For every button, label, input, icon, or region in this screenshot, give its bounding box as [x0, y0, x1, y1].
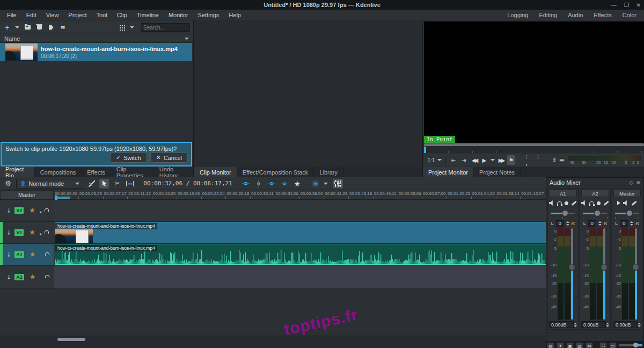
target-arrow-icon[interactable]: ↓ — [6, 274, 11, 281]
timecode-spinner[interactable] — [553, 158, 556, 162]
balance-slider[interactable] — [583, 209, 608, 217]
target-arrow-icon[interactable]: ↓ — [6, 207, 11, 214]
workspace-tab-logging[interactable]: Logging — [502, 11, 533, 19]
tab-clip-monitor[interactable]: Clip Monitor — [194, 167, 237, 177]
monitor-seekbar[interactable] — [424, 143, 644, 146]
timeline-zoom-slider[interactable] — [619, 344, 642, 346]
volume-slider[interactable] — [568, 228, 575, 320]
view-mode-chevron-icon[interactable] — [130, 26, 134, 28]
balance-slider[interactable] — [551, 209, 576, 217]
track-compositing-icon[interactable] — [86, 179, 96, 189]
effects-icon[interactable] — [631, 201, 636, 206]
track-lane-v2[interactable] — [54, 200, 546, 222]
fit-zoom-icon[interactable]: ⛶ — [599, 342, 607, 348]
balance-slider[interactable] — [615, 209, 640, 217]
split-icon[interactable]: ⋈ — [586, 342, 593, 348]
close-icon[interactable]: ✕ — [636, 2, 641, 8]
mix-clips-icon[interactable] — [241, 179, 251, 189]
tab-library[interactable]: Library — [314, 167, 343, 177]
video-clip[interactable]: how-to-create-mount-and-burn-isos-in-lin… — [55, 222, 546, 243]
show-thumbnails-icon[interactable]: ▣ — [566, 342, 574, 348]
show-waveforms-icon[interactable]: ▥ — [576, 342, 583, 348]
track-lane-a1[interactable]: how-to-create-mount-and-burn-isos-in-lin… — [54, 244, 546, 266]
volume-slider[interactable] — [601, 228, 608, 320]
menu-timeline[interactable]: Timeline — [132, 11, 164, 19]
gain-spinner[interactable] — [574, 323, 577, 327]
bin-column-header[interactable]: Name — [0, 34, 193, 43]
close-panel-icon[interactable]: ⊗ — [636, 180, 640, 185]
forward-icon[interactable]: ▶▶ — [497, 155, 505, 165]
favorite-icon[interactable]: ✦ — [557, 342, 564, 348]
effects-icon[interactable] — [603, 201, 609, 206]
mark-out-icon[interactable]: ⇥ — [460, 155, 468, 165]
workspace-tab-editing[interactable]: Editing — [533, 11, 562, 19]
effects-star-icon[interactable]: ★ — [29, 208, 35, 213]
monitor-icon[interactable] — [589, 201, 594, 205]
strip-label[interactable]: A2 — [581, 190, 609, 197]
spacer-tool-icon[interactable]: ↔ — [125, 179, 135, 189]
collapse-icon[interactable] — [617, 201, 620, 205]
monitor-video-area[interactable]: In Point — [424, 21, 644, 143]
tab-clip-properties[interactable]: Clip Properties — [111, 167, 154, 177]
monitor-timecode[interactable]: : : , — [525, 153, 551, 167]
track-badge[interactable]: V1 — [14, 229, 24, 236]
tab-project-notes[interactable]: Project Notes — [474, 167, 521, 177]
menu-help[interactable]: Help — [224, 11, 246, 19]
add-clip-button[interactable]: + — [3, 23, 11, 32]
audio-mixer-toggle-icon[interactable] — [333, 179, 343, 189]
preview-render-icon[interactable]: ▤ — [547, 342, 554, 348]
view-mode-icon[interactable] — [118, 23, 126, 32]
insert-zone-icon[interactable] — [254, 179, 264, 189]
timeline-zone-bar[interactable] — [56, 197, 70, 199]
pan-value[interactable]: 0 — [620, 220, 628, 227]
monitor-playhead[interactable] — [424, 147, 426, 153]
timeline-timecode[interactable]: 00:00:32,06 / 00:06:17,21 — [143, 180, 232, 187]
edit-mode-dropdown[interactable]: 👤 Normal mode — [16, 179, 83, 189]
track-lane-v1[interactable]: how-to-create-mount-and-burn-isos-in-lin… — [54, 222, 546, 244]
zoom-out-icon[interactable]: ▭ — [609, 342, 617, 348]
timeline-horizontal-scrollbar[interactable] — [57, 338, 85, 341]
workspace-tab-color[interactable]: Color — [617, 11, 642, 19]
effects-star-icon[interactable]: ★ — [30, 252, 36, 257]
cancel-button[interactable]: ✕ Cancel — [150, 153, 188, 163]
target-arrow-icon[interactable]: ↓ — [6, 229, 11, 236]
monitor-zoom-chevron-icon[interactable] — [437, 159, 442, 161]
float-panel-icon[interactable]: ◇ — [630, 180, 633, 185]
pan-value[interactable]: 0 — [556, 220, 564, 227]
create-folder-icon[interactable] — [24, 23, 31, 32]
tags-icon[interactable] — [47, 23, 55, 32]
record-icon[interactable] — [597, 201, 601, 205]
menu-settings[interactable]: Settings — [193, 11, 224, 19]
effects-star-icon[interactable]: ★ — [29, 230, 35, 235]
delete-icon[interactable] — [35, 23, 43, 32]
extract-zone-icon[interactable] — [267, 179, 276, 189]
pan-spinner[interactable] — [566, 221, 569, 226]
maximize-icon[interactable]: ❐ — [624, 2, 629, 8]
monitor-zoom-level[interactable]: 1:1 — [427, 155, 435, 165]
gain-value[interactable]: 0.00dB — [549, 321, 574, 328]
rewind-icon[interactable]: ◀◀ — [470, 155, 478, 165]
search-input[interactable] — [141, 23, 190, 32]
mute-icon[interactable] — [581, 200, 587, 206]
track-header-v1[interactable]: ↓ V1 ★ — [0, 222, 54, 244]
mute-icon[interactable] — [623, 200, 628, 206]
track-badge[interactable]: A1 — [14, 251, 24, 258]
record-icon[interactable] — [565, 201, 568, 205]
tab-project-bin[interactable]: Project Bin — [0, 167, 35, 177]
target-arrow-icon[interactable]: ↓ — [6, 251, 11, 258]
timeline-settings-gear-icon[interactable]: ⚙ — [3, 179, 13, 189]
menu-project[interactable]: Project — [63, 11, 91, 19]
track-header-a1[interactable]: ↓ A1 ★ — [0, 244, 54, 266]
gain-value[interactable]: 0.00dB — [613, 321, 638, 328]
pan-value[interactable]: 0 — [588, 220, 596, 227]
menu-view[interactable]: View — [41, 11, 64, 19]
pan-spinner[interactable] — [598, 221, 602, 226]
audio-clip[interactable]: how-to-create-mount-and-burn-isos-in-lin… — [55, 244, 546, 265]
selection-tool-icon[interactable] — [99, 179, 109, 189]
menu-monitor[interactable]: Monitor — [164, 11, 193, 19]
minimize-icon[interactable]: — — [611, 2, 617, 8]
tab-undo-history[interactable]: Undo History — [154, 167, 193, 177]
monitor-menu-icon[interactable]: ≡ — [558, 155, 566, 165]
razor-tool-icon[interactable]: ✂ — [112, 179, 122, 189]
add-clip-chevron-icon[interactable] — [15, 26, 19, 28]
